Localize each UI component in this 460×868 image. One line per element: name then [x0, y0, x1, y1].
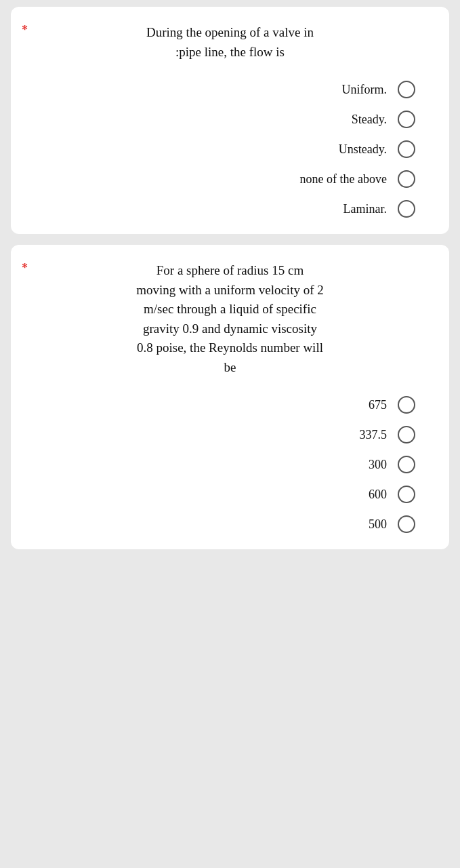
option-label-500: 500 — [369, 517, 387, 532]
option-label-none-above: none of the above — [300, 172, 387, 186]
option-label-uniform: Uniform. — [342, 83, 388, 97]
option-337-5[interactable]: 337.5 — [360, 426, 416, 443]
option-675[interactable]: 675 — [369, 396, 415, 414]
radio-500[interactable] — [398, 515, 415, 533]
option-unsteady[interactable]: Unsteady. — [339, 140, 415, 158]
radio-unsteady[interactable] — [398, 140, 415, 158]
options-list-2: 675 337.5 300 600 500 — [24, 396, 436, 533]
required-star-1: * — [22, 23, 28, 37]
radio-steady[interactable] — [398, 111, 415, 128]
radio-300[interactable] — [398, 456, 415, 473]
option-500[interactable]: 500 — [369, 515, 415, 533]
option-steady[interactable]: Steady. — [352, 111, 415, 128]
option-label-laminar: Laminar. — [343, 202, 387, 216]
option-label-600: 600 — [369, 488, 387, 502]
required-star-2: * — [22, 261, 28, 275]
radio-laminar[interactable] — [398, 200, 415, 218]
option-label-337-5: 337.5 — [360, 428, 388, 442]
option-uniform[interactable]: Uniform. — [342, 81, 416, 98]
option-600[interactable]: 600 — [369, 486, 415, 503]
option-none-above[interactable]: none of the above — [300, 170, 415, 188]
option-label-675: 675 — [369, 398, 387, 412]
radio-675[interactable] — [398, 396, 415, 414]
options-list-1: Uniform. Steady. Unsteady. none of the a… — [24, 81, 436, 218]
option-laminar[interactable]: Laminar. — [343, 200, 415, 218]
option-label-300: 300 — [369, 458, 387, 472]
radio-uniform[interactable] — [398, 81, 415, 98]
question-card-2: * For a sphere of radius 15 cm moving wi… — [11, 245, 449, 549]
option-300[interactable]: 300 — [369, 456, 415, 473]
radio-337-5[interactable] — [398, 426, 415, 443]
radio-600[interactable] — [398, 486, 415, 503]
question-text-2: For a sphere of radius 15 cm moving with… — [24, 261, 436, 377]
option-label-steady: Steady. — [352, 113, 387, 127]
question-text-1: During the opening of a valve in:pipe li… — [24, 23, 436, 62]
option-label-unsteady: Unsteady. — [339, 142, 387, 157]
question-card-1: * During the opening of a valve in:pipe … — [11, 7, 449, 234]
radio-none-above[interactable] — [398, 170, 415, 188]
